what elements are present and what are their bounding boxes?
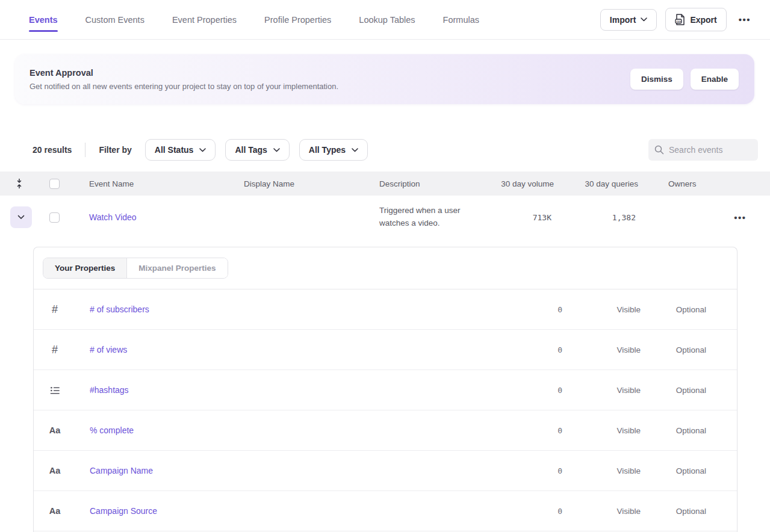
property-count: 0 <box>496 426 562 435</box>
number-icon: # <box>52 344 58 356</box>
event-properties-panel: Your Properties Mixpanel Properties # # … <box>33 247 737 532</box>
tab-profile-properties[interactable]: Profile Properties <box>264 0 331 39</box>
property-name-link[interactable]: #hashtags <box>76 385 129 395</box>
chevron-down-icon <box>273 148 280 152</box>
event-description: Triggered when a user watches a video. <box>379 205 482 230</box>
text-icon: Aa <box>49 466 61 475</box>
tab-events[interactable]: Events <box>29 0 58 39</box>
event-approval-banner: Event Approval Get notified on all new e… <box>15 54 754 104</box>
chevron-down-icon <box>199 148 206 152</box>
property-row: Aa % complete 0 Visible Optional <box>34 410 737 451</box>
list-icon <box>50 385 60 395</box>
more-options-icon[interactable]: ••• <box>735 12 754 27</box>
property-row: # # of views 0 Visible Optional <box>34 330 737 370</box>
text-icon: Aa <box>49 425 61 435</box>
event-name-link[interactable]: Watch Video <box>89 212 137 222</box>
types-filter-value: All Types <box>309 145 346 155</box>
types-filter-dropdown[interactable]: All Types <box>299 139 368 161</box>
status-filter-value: All Status <box>155 145 194 155</box>
top-navigation-bar: Events Custom Events Event Properties Pr… <box>0 0 770 40</box>
property-count: 0 <box>496 507 562 516</box>
property-name-link[interactable]: Campaign Source <box>76 506 157 516</box>
banner-description: Get notified on all new events entering … <box>29 82 338 91</box>
column-30-day-volume: 30 day volume <box>482 179 554 188</box>
property-name-link[interactable]: % complete <box>76 425 134 435</box>
property-name-link[interactable]: Campaign Name <box>76 466 153 475</box>
property-visibility: Visible <box>562 386 641 395</box>
banner-actions: Dismiss Enable <box>630 69 739 90</box>
property-count: 0 <box>496 386 562 395</box>
export-button[interactable]: csv Export <box>665 8 726 31</box>
divider <box>85 143 85 157</box>
column-event-name: Event Name <box>77 179 232 188</box>
nav-tabs: Events Custom Events Event Properties Pr… <box>29 0 479 39</box>
tags-filter-dropdown[interactable]: All Tags <box>225 139 289 161</box>
property-row: Aa Campaign Source 0 Visible Optional <box>34 491 737 531</box>
property-requirement: Optional <box>641 426 737 435</box>
export-button-label: Export <box>690 15 716 25</box>
search-events-input[interactable] <box>669 145 752 155</box>
events-table-header: Event Name Display Name Description 30 d… <box>0 172 770 196</box>
event-volume: 713K <box>482 213 554 222</box>
chevron-down-icon <box>641 17 647 22</box>
csv-file-icon: csv <box>675 14 685 25</box>
event-queries: 1,382 <box>554 213 638 222</box>
banner-text: Event Approval Get notified on all new e… <box>27 68 338 91</box>
tab-custom-events[interactable]: Custom Events <box>85 0 144 39</box>
property-visibility: Visible <box>562 345 641 354</box>
property-requirement: Optional <box>641 466 737 475</box>
enable-button[interactable]: Enable <box>691 69 739 90</box>
column-owners: Owners <box>638 179 710 188</box>
collapse-row-chevron-icon[interactable] <box>10 206 32 228</box>
property-name-link[interactable]: # of subscribers <box>76 305 149 314</box>
column-display-name: Display Name <box>232 179 367 188</box>
topbar-actions: Import csv Export ••• <box>600 8 754 31</box>
property-requirement: Optional <box>641 386 737 395</box>
tab-your-properties[interactable]: Your Properties <box>43 258 127 278</box>
filter-toolbar: 20 results Filter by All Status All Tags… <box>0 138 770 161</box>
search-icon <box>654 145 664 155</box>
property-visibility: Visible <box>562 507 641 516</box>
tab-formulas[interactable]: Formulas <box>443 0 479 39</box>
collapse-all-icon[interactable] <box>0 178 39 189</box>
import-button[interactable]: Import <box>600 9 657 31</box>
filter-by-label: Filter by <box>99 145 131 155</box>
tab-mixpanel-properties[interactable]: Mixpanel Properties <box>127 258 227 278</box>
property-count: 0 <box>496 466 562 475</box>
dismiss-button[interactable]: Dismiss <box>630 69 683 90</box>
column-30-day-queries: 30 day queries <box>554 179 638 188</box>
properties-tabs-header: Your Properties Mixpanel Properties <box>34 247 737 289</box>
property-row: # # of subscribers 0 Visible Optional <box>34 289 737 330</box>
property-count: 0 <box>496 345 562 354</box>
tab-lookup-tables[interactable]: Lookup Tables <box>359 0 415 39</box>
property-requirement: Optional <box>641 345 737 354</box>
select-all-checkbox[interactable] <box>49 179 60 189</box>
row-more-options-icon[interactable]: ••• <box>734 212 746 223</box>
row-checkbox[interactable] <box>49 212 60 223</box>
results-count: 20 results <box>33 145 72 155</box>
property-visibility: Visible <box>562 466 641 475</box>
property-visibility: Visible <box>562 426 641 435</box>
search-events-box <box>648 139 758 161</box>
tags-filter-value: All Tags <box>235 145 267 155</box>
tab-event-properties[interactable]: Event Properties <box>172 0 237 39</box>
number-icon: # <box>52 303 58 316</box>
property-count: 0 <box>496 305 562 314</box>
banner-title: Event Approval <box>29 68 338 78</box>
import-button-label: Import <box>610 15 636 25</box>
event-row-watch-video: Watch Video Triggered when a user watche… <box>0 196 770 239</box>
property-row: Aa Campaign Name 0 Visible Optional <box>34 451 737 491</box>
chevron-down-icon <box>352 148 358 152</box>
property-row: #hashtags 0 Visible Optional <box>34 370 737 410</box>
svg-text:csv: csv <box>677 20 682 23</box>
property-visibility: Visible <box>562 305 641 314</box>
properties-tab-control: Your Properties Mixpanel Properties <box>43 258 228 279</box>
property-requirement: Optional <box>641 305 737 314</box>
text-icon: Aa <box>49 506 61 516</box>
status-filter-dropdown[interactable]: All Status <box>145 139 216 161</box>
column-description: Description <box>367 179 482 188</box>
property-name-link[interactable]: # of views <box>76 345 127 354</box>
property-requirement: Optional <box>641 507 737 516</box>
